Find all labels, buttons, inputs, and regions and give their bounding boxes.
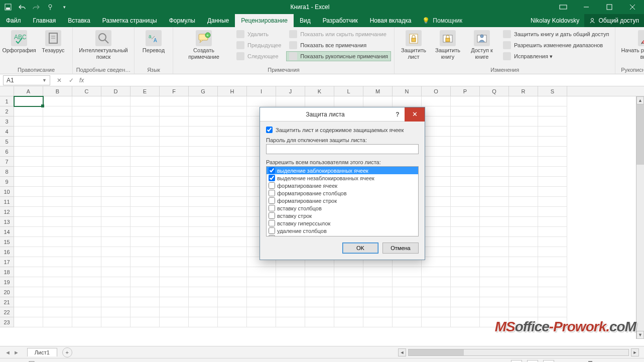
cell[interactable] xyxy=(509,277,538,287)
cell[interactable] xyxy=(14,317,43,327)
cell[interactable] xyxy=(422,106,451,116)
cell[interactable] xyxy=(43,267,72,277)
column-header[interactable]: D xyxy=(101,86,131,96)
cell[interactable] xyxy=(480,247,509,257)
cell[interactable] xyxy=(160,177,189,187)
cell[interactable] xyxy=(131,137,160,147)
cell[interactable] xyxy=(43,227,72,237)
cell[interactable] xyxy=(189,307,218,317)
cell[interactable] xyxy=(393,277,422,287)
cell[interactable] xyxy=(131,147,160,157)
cell[interactable] xyxy=(422,277,451,287)
column-header[interactable]: C xyxy=(72,86,101,96)
cell[interactable] xyxy=(480,237,509,247)
cell[interactable] xyxy=(131,287,160,297)
row-header[interactable]: 6 xyxy=(0,147,14,157)
cell[interactable] xyxy=(218,207,247,217)
cell[interactable] xyxy=(160,267,189,277)
cell[interactable] xyxy=(276,287,305,297)
name-box[interactable]: A1 ▼ xyxy=(3,75,50,85)
protect-workbook-button[interactable]: Защитить книгу xyxy=(432,29,464,60)
cell[interactable] xyxy=(43,317,72,327)
cell[interactable] xyxy=(14,287,43,297)
cell[interactable] xyxy=(509,116,538,127)
cell[interactable] xyxy=(14,227,43,237)
cell[interactable] xyxy=(422,167,451,177)
cell[interactable] xyxy=(451,257,480,267)
cell[interactable] xyxy=(218,217,247,227)
cell[interactable] xyxy=(72,167,101,177)
tab-Данные[interactable]: Данные xyxy=(201,14,235,27)
column-header[interactable]: G xyxy=(189,86,218,96)
cancel-button[interactable]: Отмена xyxy=(382,243,419,254)
cell[interactable] xyxy=(218,237,247,247)
cell[interactable] xyxy=(101,317,131,327)
row-header[interactable]: 11 xyxy=(0,197,14,207)
cell[interactable] xyxy=(72,187,101,197)
cell[interactable] xyxy=(509,307,538,317)
column-header[interactable]: K xyxy=(305,86,334,96)
cell[interactable] xyxy=(509,287,538,297)
column-header[interactable]: P xyxy=(451,86,480,96)
cell[interactable] xyxy=(131,177,160,187)
permissions-list[interactable]: выделение заблокированных ячееквыделение… xyxy=(266,166,419,236)
save-icon[interactable] xyxy=(4,3,12,11)
cell[interactable] xyxy=(101,237,131,247)
cell[interactable] xyxy=(509,147,538,157)
cell[interactable] xyxy=(101,197,131,207)
cell[interactable] xyxy=(189,116,218,127)
cell[interactable] xyxy=(276,267,305,277)
cell[interactable] xyxy=(451,297,480,307)
protect-sheet-button[interactable]: Защитить лист xyxy=(398,29,430,60)
cell[interactable] xyxy=(160,317,189,327)
cell[interactable] xyxy=(43,147,72,157)
tab-Формулы[interactable]: Формулы xyxy=(163,14,201,27)
cell[interactable] xyxy=(509,177,538,187)
cell[interactable] xyxy=(480,127,509,137)
cell[interactable] xyxy=(160,137,189,147)
cell[interactable] xyxy=(538,137,567,147)
cell[interactable] xyxy=(334,317,363,327)
cell[interactable] xyxy=(218,317,247,327)
permission-item[interactable]: выделение заблокированных ячеек xyxy=(267,167,418,174)
cell[interactable] xyxy=(14,157,43,167)
cell[interactable] xyxy=(43,167,72,177)
cell[interactable] xyxy=(14,267,43,277)
cell[interactable] xyxy=(480,106,509,116)
cell[interactable] xyxy=(538,267,567,277)
cell[interactable] xyxy=(189,247,218,257)
cell[interactable] xyxy=(131,127,160,137)
row-header[interactable]: 7 xyxy=(0,157,14,167)
cell[interactable] xyxy=(218,147,247,157)
cell[interactable] xyxy=(218,157,247,167)
cell[interactable] xyxy=(509,187,538,197)
password-input[interactable] xyxy=(266,144,419,154)
cell[interactable] xyxy=(43,207,72,217)
cell[interactable] xyxy=(189,217,218,227)
row-header[interactable]: 13 xyxy=(0,217,14,227)
cell[interactable] xyxy=(305,297,334,307)
cell[interactable] xyxy=(218,106,247,116)
cell[interactable] xyxy=(218,247,247,257)
cell[interactable] xyxy=(451,137,480,147)
tab-Разметка страницы[interactable]: Разметка страницы xyxy=(96,14,163,27)
cell[interactable] xyxy=(131,267,160,277)
cell[interactable] xyxy=(451,317,480,327)
cell[interactable] xyxy=(131,157,160,167)
cell[interactable] xyxy=(72,297,101,307)
cell[interactable] xyxy=(131,297,160,307)
row-header[interactable]: 14 xyxy=(0,227,14,237)
cell[interactable] xyxy=(43,297,72,307)
row-header[interactable]: 21 xyxy=(0,297,14,307)
cell[interactable] xyxy=(101,177,131,187)
cell[interactable] xyxy=(72,247,101,257)
cell[interactable] xyxy=(509,257,538,267)
column-header[interactable]: E xyxy=(131,86,160,96)
cell[interactable] xyxy=(305,277,334,287)
cell[interactable] xyxy=(101,227,131,237)
cell[interactable] xyxy=(451,227,480,237)
cell[interactable] xyxy=(160,187,189,197)
permission-item[interactable]: удаление строк xyxy=(267,234,418,236)
cell[interactable] xyxy=(509,157,538,167)
vertical-scrollbar[interactable]: ▲ ▼ xyxy=(636,96,644,339)
